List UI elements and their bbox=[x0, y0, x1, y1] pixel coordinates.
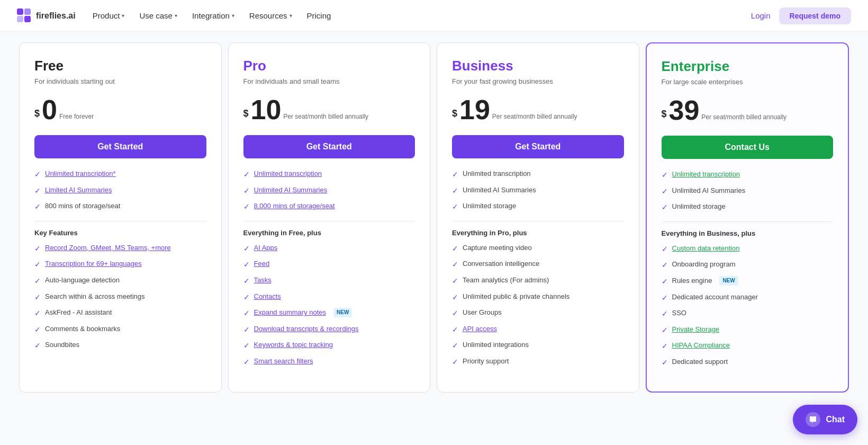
feature-text[interactable]: API access bbox=[463, 324, 497, 334]
request-demo-button[interactable]: Request demo bbox=[779, 7, 851, 24]
check-icon: ✓ bbox=[662, 186, 668, 197]
check-icon: ✓ bbox=[243, 202, 250, 212]
price-amount: 0 bbox=[42, 96, 57, 123]
feature-item: ✓ User Groups bbox=[452, 308, 624, 319]
nav-usecase[interactable]: Use case ▾ bbox=[139, 11, 177, 20]
feature-item: ✓ SSO bbox=[662, 308, 834, 319]
plan-desc: For individuals starting out bbox=[34, 77, 206, 85]
cta-button-business[interactable]: Get Started bbox=[452, 135, 624, 158]
pricing-container: Free For individuals starting out $ 0 Fr… bbox=[5, 32, 863, 403]
nav-pricing[interactable]: Pricing bbox=[307, 11, 331, 20]
nav-product[interactable]: Product ▾ bbox=[93, 11, 125, 20]
feature-item: ✓ Dedicated support bbox=[662, 357, 834, 368]
feature-item: ✓ Team analytics (For admins) bbox=[452, 275, 624, 287]
highlight-text[interactable]: Limited AI Summaries bbox=[45, 185, 112, 195]
feature-text[interactable]: Smart search filters bbox=[254, 357, 313, 366]
highlight-text[interactable]: Unlimited transcription bbox=[672, 170, 740, 179]
price-row: $ 0 Free forever bbox=[34, 96, 206, 123]
check-icon: ✓ bbox=[34, 308, 41, 319]
highlights-list: ✓ Unlimited transcription ✓ Unlimited AI… bbox=[452, 169, 624, 212]
check-icon: ✓ bbox=[34, 244, 41, 254]
nav-integration[interactable]: Integration ▾ bbox=[192, 11, 234, 20]
check-icon: ✓ bbox=[662, 341, 668, 352]
section-title: Key Features bbox=[34, 229, 206, 237]
divider bbox=[243, 221, 415, 221]
feature-text[interactable]: Download transcripts & recordings bbox=[254, 324, 359, 334]
check-icon: ✓ bbox=[34, 260, 41, 270]
features-list: ✓ AI Apps ✓ Feed ✓ Tasks ✓ Contacts ✓ Ex… bbox=[243, 243, 415, 368]
highlights-list: ✓ Unlimited transcription* ✓ Limited AI … bbox=[34, 169, 206, 212]
highlight-text[interactable]: Unlimited AI Summaries bbox=[254, 185, 328, 195]
feature-item: ✓ Auto-language detection bbox=[34, 275, 206, 287]
check-icon: ✓ bbox=[34, 202, 41, 212]
plan-name: Free bbox=[34, 58, 206, 74]
price-desc: Free forever bbox=[59, 112, 94, 121]
section-title: Everything in Pro, plus bbox=[452, 229, 624, 237]
feature-item: ✓ API access bbox=[452, 324, 624, 335]
check-icon: ✓ bbox=[662, 309, 668, 319]
feature-item: ✓ Smart search filters bbox=[243, 357, 415, 368]
feature-item: ✓ Unlimited public & private channels bbox=[452, 292, 624, 303]
check-icon: ✓ bbox=[243, 357, 250, 368]
feature-text: SSO bbox=[672, 308, 686, 318]
highlight-text[interactable]: 8,000 mins of storage/seat bbox=[254, 201, 335, 211]
check-icon: ✓ bbox=[662, 277, 668, 287]
check-icon: ✓ bbox=[452, 202, 458, 212]
plan-desc: For large scale enterprises bbox=[662, 78, 834, 86]
login-button[interactable]: Login bbox=[751, 11, 771, 20]
feature-item: ✓ Priority support bbox=[452, 357, 624, 368]
feature-text[interactable]: AI Apps bbox=[254, 243, 278, 253]
highlight-item: ✓ Unlimited storage bbox=[662, 202, 834, 213]
feature-text[interactable]: Transcription for 69+ languages bbox=[45, 259, 142, 269]
feature-text[interactable]: Expand summary notes bbox=[254, 308, 327, 317]
feature-text[interactable]: HIPAA Compliance bbox=[672, 341, 730, 350]
price-dollar: $ bbox=[662, 109, 667, 120]
feature-text[interactable]: Custom data retention bbox=[672, 244, 740, 253]
plan-desc: For your fast growing businesses bbox=[452, 77, 624, 85]
nav-resources[interactable]: Resources ▾ bbox=[249, 11, 292, 20]
feature-text: Unlimited public & private channels bbox=[463, 292, 569, 301]
feature-item: ✓ Unlimited integrations bbox=[452, 340, 624, 351]
feature-item: ✓ Onboarding program bbox=[662, 260, 834, 271]
feature-text[interactable]: Contacts bbox=[254, 292, 281, 301]
feature-item: ✓ Dedicated account manager bbox=[662, 292, 834, 304]
highlight-item: ✓ Unlimited AI Summaries bbox=[662, 186, 834, 197]
feature-text[interactable]: Record Zoom, GMeet, MS Teams, +more bbox=[45, 243, 171, 253]
feature-text[interactable]: Feed bbox=[254, 259, 270, 269]
highlight-item: ✓ 800 mins of storage/seat bbox=[34, 201, 206, 212]
feature-item: ✓ Tasks bbox=[243, 275, 415, 287]
check-icon: ✓ bbox=[662, 260, 668, 271]
highlight-text: Unlimited transcription bbox=[463, 169, 531, 179]
check-icon: ✓ bbox=[243, 292, 250, 303]
highlight-text[interactable]: Unlimited transcription* bbox=[45, 169, 116, 179]
check-icon: ✓ bbox=[452, 325, 458, 335]
features-list: ✓ Custom data retention ✓ Onboarding pro… bbox=[662, 244, 834, 368]
logo-icon bbox=[17, 8, 32, 23]
logo[interactable]: fireflies.ai bbox=[17, 8, 76, 23]
cta-button-free[interactable]: Get Started bbox=[34, 135, 206, 158]
check-icon: ✓ bbox=[452, 292, 458, 303]
highlight-item: ✓ Unlimited AI Summaries bbox=[452, 185, 624, 197]
highlight-item: ✓ Unlimited AI Summaries bbox=[243, 185, 415, 197]
feature-text: Auto-language detection bbox=[45, 275, 120, 285]
check-icon: ✓ bbox=[452, 308, 458, 319]
highlight-item: ✓ Unlimited transcription bbox=[243, 169, 415, 180]
check-icon: ✓ bbox=[662, 325, 668, 336]
feature-text[interactable]: Private Storage bbox=[672, 325, 720, 334]
feature-text[interactable]: Tasks bbox=[254, 275, 272, 285]
cta-button-enterprise[interactable]: Contact Us bbox=[662, 136, 834, 159]
cta-button-pro[interactable]: Get Started bbox=[243, 135, 415, 158]
highlight-text: 800 mins of storage/seat bbox=[45, 201, 120, 211]
highlight-text[interactable]: Unlimited transcription bbox=[254, 169, 322, 179]
check-icon: ✓ bbox=[243, 341, 250, 351]
price-row: $ 39 Per seat/month billed annually bbox=[662, 96, 834, 124]
feature-item: ✓ Keywords & topic tracking bbox=[243, 340, 415, 351]
feature-text[interactable]: Keywords & topic tracking bbox=[254, 340, 333, 350]
check-icon: ✓ bbox=[243, 308, 250, 319]
plan-name: Pro bbox=[243, 58, 415, 74]
badge-new: NEW bbox=[719, 276, 738, 286]
feature-item: ✓ Private Storage bbox=[662, 325, 834, 336]
feature-item: ✓ Soundbites bbox=[34, 340, 206, 351]
check-icon: ✓ bbox=[34, 276, 41, 287]
feature-text: AskFred - AI assistant bbox=[45, 308, 112, 317]
